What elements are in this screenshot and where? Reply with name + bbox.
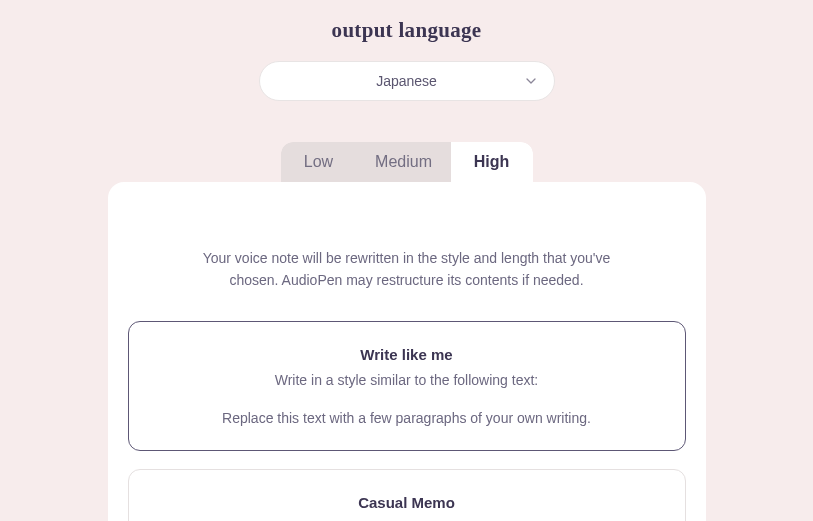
tab-high[interactable]: High	[451, 142, 533, 182]
rewriting-level-tabs: Low Medium High	[281, 142, 533, 182]
style-card-casual-memo[interactable]: Casual Memo Write in a clear, slightly f…	[128, 469, 686, 521]
tab-low[interactable]: Low	[281, 142, 357, 182]
style-card-write-like-me[interactable]: Write like me Write in a style similar t…	[128, 321, 686, 451]
chevron-down-icon	[526, 78, 536, 84]
output-language-title: output language	[332, 18, 482, 43]
language-select[interactable]: Japanese	[259, 61, 555, 101]
style-card-title: Casual Memo	[157, 494, 657, 511]
style-card-body: Replace this text with a few paragraphs …	[157, 410, 657, 426]
tab-medium[interactable]: Medium	[357, 142, 451, 182]
style-card-title: Write like me	[157, 346, 657, 363]
rewriting-description: Your voice note will be rewritten in the…	[108, 248, 706, 291]
language-select-value: Japanese	[376, 73, 437, 89]
rewriting-card: Low Medium High Your voice note will be …	[108, 182, 706, 521]
style-card-subtitle: Write in a style similar to the followin…	[157, 372, 657, 388]
